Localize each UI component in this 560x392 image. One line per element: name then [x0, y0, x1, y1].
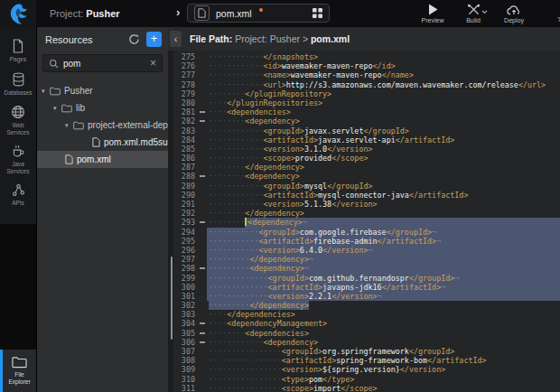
fold-column — [199, 200, 207, 209]
code-area[interactable]: 275············</snapshots>276··········… — [173, 51, 560, 392]
fold-marker-icon[interactable] — [200, 332, 205, 334]
search-input[interactable] — [63, 59, 145, 69]
xml-text: spring-framework-bom — [336, 356, 427, 365]
sidebar-item-databases[interactable]: Databases — [0, 68, 36, 101]
code-line[interactable]: 285············<version>3.1.0</version> — [173, 145, 560, 154]
code-line[interactable]: 307················<groupId>org.springfr… — [173, 347, 560, 356]
code-line[interactable]: 288········<dependency> — [173, 172, 560, 181]
resources-search[interactable]: × — [42, 54, 163, 72]
code-line[interactable]: 300·············<artifactId>javapns-jdk1… — [173, 283, 560, 292]
code-line[interactable]: 278············<url>http://s3.amazonaws.… — [173, 80, 560, 89]
line-number: 301 — [173, 292, 199, 301]
fold-marker-icon[interactable] — [200, 111, 205, 113]
sidebar-item-web-services[interactable]: Web Services — [0, 100, 36, 140]
fold-marker-icon[interactable] — [200, 267, 205, 269]
code-line[interactable]: 286············<scope>provided</scope> — [173, 154, 560, 163]
sidebar-item-label: Web Services — [1, 122, 35, 135]
code-line[interactable]: 281····<dependencies> — [173, 107, 560, 117]
code-line[interactable]: 298·········<dependency>¬ — [173, 264, 560, 273]
fold-marker-icon[interactable] — [200, 322, 205, 324]
open-file-tab[interactable]: pom.xml — [187, 4, 330, 23]
sidebar-item-java-services[interactable]: Java Services — [0, 140, 36, 179]
build-button[interactable]: Build — [460, 4, 487, 23]
fold-marker-icon[interactable] — [200, 341, 205, 343]
code-line[interactable]: 295···········<artifactId>firebase-admin… — [173, 237, 560, 246]
expand-arrow-icon[interactable]: ▾ — [65, 122, 73, 129]
fold-column — [199, 163, 207, 172]
xml-text: 5.1.38 — [304, 200, 331, 209]
line-end-mark: ¬ — [454, 274, 459, 283]
code-line[interactable]: 303····</dependencies> — [173, 310, 560, 319]
fold-column — [199, 283, 207, 292]
code-line[interactable]: 304····<dependencyManagement> — [173, 319, 560, 328]
tree-item-pusher[interactable]: ▾Pusher — [37, 82, 168, 99]
grid-view-icon[interactable] — [313, 8, 322, 18]
indent-whitespace: ············ — [209, 145, 264, 154]
code-line[interactable]: 282········<dependency> — [173, 117, 560, 126]
code-line[interactable]: 276············<id>wavemaker-maven-repo<… — [173, 61, 560, 70]
indent-whitespace: ··········· — [209, 228, 258, 237]
code-line[interactable]: 279········</pluginRepository> — [173, 89, 560, 98]
expand-arrow-icon[interactable]: ▾ — [42, 88, 50, 95]
code-line[interactable]: 301·············<version>2.2.1</version>… — [173, 292, 560, 301]
code-line[interactable]: 292········</dependency> — [173, 209, 560, 218]
code-line[interactable]: 290············<artifactId>mysql-connect… — [173, 191, 560, 200]
sidebar-item-apis[interactable]: APIs — [0, 179, 36, 211]
code-line[interactable]: 297·········</dependency>¬ — [173, 255, 560, 264]
indent-whitespace: ········ — [209, 117, 245, 126]
tree-item-pom-xml-md5sum[interactable]: pom.xml.md5sum — [37, 134, 168, 151]
indent-whitespace: ················ — [209, 375, 282, 384]
chevron-down-icon[interactable] — [481, 10, 488, 14]
clear-search-icon[interactable]: × — [150, 58, 156, 69]
code-text: ············<id>wavemaker-maven-repo</id… — [207, 61, 560, 70]
line-number: 283 — [173, 126, 199, 135]
tree-item-project-external-dependencies[interactable]: ▾project-external-dependencies — [37, 117, 168, 134]
fold-marker-icon[interactable] — [200, 175, 205, 177]
code-line[interactable]: 280····</pluginRepositories> — [173, 98, 560, 107]
code-line[interactable]: 293········<dependency>¬ — [173, 218, 560, 227]
fold-column — [199, 135, 207, 145]
code-line[interactable]: 308················<artifactId>spring-fr… — [173, 356, 560, 365]
left-icon-sidebar: PagesDatabasesWeb ServicesJava ServicesA… — [0, 27, 36, 392]
code-line[interactable]: 310················<type>pom</type> — [173, 375, 560, 384]
preview-button[interactable]: Preview — [419, 4, 446, 23]
add-resource-button[interactable]: + — [146, 32, 162, 47]
sidebar-item-pages[interactable]: Pages — [0, 34, 36, 68]
indent-whitespace: ················ — [209, 365, 282, 374]
code-line[interactable]: 289············<groupId>mysql</groupId> — [173, 182, 560, 191]
code-line[interactable]: 306············<dependency> — [173, 338, 560, 347]
file-path-mid: Project: Pusher > — [235, 33, 308, 44]
expand-arrow-icon[interactable]: ▾ — [53, 105, 61, 112]
breadcrumb-chevron-icon: › — [176, 5, 180, 19]
code-line[interactable]: 291············<version>5.1.38</version> — [173, 200, 560, 209]
line-number: 280 — [173, 98, 199, 107]
code-line[interactable]: 275············</snapshots> — [173, 52, 560, 61]
code-line[interactable]: 284············<artifactId>javax.servlet… — [173, 135, 560, 145]
collapse-panel-chevron-icon[interactable]: ‹ — [170, 31, 182, 47]
code-line[interactable]: 309················<version>${spring.ver… — [173, 365, 560, 374]
refresh-icon[interactable] — [128, 33, 140, 45]
wavemaker-logo-icon[interactable] — [0, 0, 36, 27]
tree-item-label: Pusher — [64, 86, 93, 96]
project-label: Project: — [50, 8, 83, 19]
code-line[interactable]: 311················<scope>import</scope> — [173, 384, 560, 392]
fold-marker-icon[interactable] — [200, 221, 205, 223]
code-line[interactable]: 299·············<groupId>com.github.fern… — [173, 274, 560, 283]
scrollbar-thumb[interactable] — [171, 257, 173, 340]
code-line[interactable]: 277············<name>wavemaker-maven-rep… — [173, 70, 560, 79]
code-line[interactable]: 287········</dependency> — [173, 163, 560, 172]
code-line[interactable]: 305········<dependencies> — [173, 329, 560, 338]
sidebar-item-file-explorer[interactable]: File Explorer — [0, 350, 36, 392]
code-line[interactable]: 283············<groupId>javax.servlet</g… — [173, 126, 560, 135]
tree-item-lib[interactable]: ▾lib — [37, 99, 168, 117]
xml-tag: </dependency> — [249, 255, 309, 264]
code-line[interactable]: 302·········</dependency> — [173, 301, 560, 310]
fold-column — [199, 61, 207, 70]
code-line[interactable]: 296···········<version>6.4.0</version>¬ — [173, 246, 560, 255]
code-line[interactable]: 294···········<groupId>com.google.fireba… — [173, 228, 560, 237]
fold-marker-icon[interactable] — [200, 120, 205, 122]
tree-item-pom-xml[interactable]: pom.xml — [37, 151, 168, 168]
xml-tag: </version> — [327, 145, 372, 154]
sidebar-item-label: APIs — [1, 200, 35, 207]
deploy-button[interactable]: Deploy — [500, 4, 527, 23]
